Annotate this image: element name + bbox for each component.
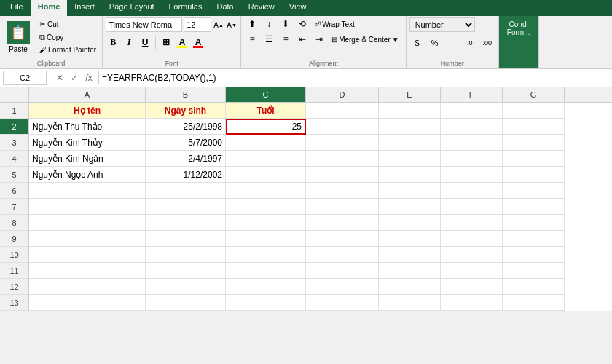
cell-a8[interactable] bbox=[29, 215, 146, 231]
cell-d2[interactable] bbox=[306, 119, 379, 135]
cell-d4[interactable] bbox=[306, 151, 379, 167]
cell-a2[interactable]: Nguyễn Thu Thảo bbox=[29, 119, 146, 135]
font-color-button[interactable]: A bbox=[191, 35, 205, 50]
comma-button[interactable]: , bbox=[444, 36, 460, 50]
col-header-d[interactable]: D bbox=[306, 87, 379, 102]
cell-e3[interactable] bbox=[379, 135, 441, 151]
align-top-button[interactable]: ⬆ bbox=[244, 17, 260, 31]
cell-f2[interactable] bbox=[441, 119, 503, 135]
insert-function-icon[interactable]: fx bbox=[82, 71, 95, 84]
row-header-11[interactable]: 11 bbox=[0, 263, 28, 279]
cell-g5[interactable] bbox=[503, 167, 565, 183]
cell-c13[interactable] bbox=[226, 295, 306, 311]
cell-b11[interactable] bbox=[146, 263, 226, 279]
cell-e8[interactable] bbox=[379, 215, 441, 231]
cell-g1[interactable] bbox=[503, 103, 565, 119]
fill-color-button[interactable]: A bbox=[175, 35, 189, 50]
cell-b12[interactable] bbox=[146, 279, 226, 295]
font-size-increase-button[interactable]: A▲ bbox=[213, 19, 224, 31]
formula-input[interactable] bbox=[102, 71, 609, 85]
format-painter-button[interactable]: Format Painter bbox=[36, 44, 99, 55]
cell-e2[interactable] bbox=[379, 119, 441, 135]
underline-button[interactable]: U bbox=[138, 35, 152, 50]
cell-e10[interactable] bbox=[379, 247, 441, 263]
row-header-5[interactable]: 5 bbox=[0, 167, 28, 183]
merge-center-button[interactable]: ⊟ Merge & Center ▼ bbox=[328, 33, 403, 46]
confirm-formula-icon[interactable]: ✓ bbox=[68, 71, 81, 84]
cell-e5[interactable] bbox=[379, 167, 441, 183]
cell-a11[interactable] bbox=[29, 263, 146, 279]
cell-reference-input[interactable] bbox=[3, 71, 47, 85]
cell-a4[interactable]: Nguyễn Kim Ngân bbox=[29, 151, 146, 167]
tab-view[interactable]: View bbox=[282, 0, 314, 16]
dollar-button[interactable]: $ bbox=[409, 36, 425, 50]
align-left-button[interactable]: ≡ bbox=[244, 33, 260, 46]
cell-f4[interactable] bbox=[441, 151, 503, 167]
font-size-decrease-button[interactable]: A▼ bbox=[226, 19, 238, 31]
cell-f7[interactable] bbox=[441, 199, 503, 215]
italic-button[interactable]: I bbox=[122, 35, 136, 50]
cell-a12[interactable] bbox=[29, 279, 146, 295]
cell-g9[interactable] bbox=[503, 231, 565, 247]
cell-b10[interactable] bbox=[146, 247, 226, 263]
cell-e9[interactable] bbox=[379, 231, 441, 247]
percent-button[interactable]: % bbox=[427, 36, 443, 50]
cell-g4[interactable] bbox=[503, 151, 565, 167]
tab-file[interactable]: File bbox=[3, 0, 31, 16]
cell-c7[interactable] bbox=[226, 199, 306, 215]
align-right-button[interactable]: ≡ bbox=[278, 33, 294, 46]
increase-indent-button[interactable]: ⇥ bbox=[311, 33, 327, 46]
col-header-e[interactable]: E bbox=[379, 87, 441, 102]
cell-c5[interactable] bbox=[226, 167, 306, 183]
cell-d8[interactable] bbox=[306, 215, 379, 231]
tab-review[interactable]: Review bbox=[241, 0, 282, 16]
increase-decimal-button[interactable]: .00 bbox=[479, 36, 495, 50]
tab-page-layout[interactable]: Page Layout bbox=[102, 0, 162, 16]
row-header-8[interactable]: 8 bbox=[0, 215, 28, 231]
cell-c6[interactable] bbox=[226, 183, 306, 199]
decrease-indent-button[interactable]: ⇤ bbox=[294, 33, 310, 46]
cell-c12[interactable] bbox=[226, 279, 306, 295]
cell-c1[interactable]: Tuổi bbox=[226, 103, 306, 119]
cell-g6[interactable] bbox=[503, 183, 565, 199]
cell-a7[interactable] bbox=[29, 199, 146, 215]
cell-d5[interactable] bbox=[306, 167, 379, 183]
row-header-9[interactable]: 9 bbox=[0, 231, 28, 247]
row-header-6[interactable]: 6 bbox=[0, 183, 28, 199]
cell-e1[interactable] bbox=[379, 103, 441, 119]
paste-button[interactable]: 📋 Paste bbox=[3, 19, 34, 55]
cell-f1[interactable] bbox=[441, 103, 503, 119]
cell-f10[interactable] bbox=[441, 247, 503, 263]
text-angle-button[interactable]: ⟲ bbox=[294, 17, 310, 31]
cell-d3[interactable] bbox=[306, 135, 379, 151]
cell-f11[interactable] bbox=[441, 263, 503, 279]
cell-d12[interactable] bbox=[306, 279, 379, 295]
cell-a10[interactable] bbox=[29, 247, 146, 263]
cell-c9[interactable] bbox=[226, 231, 306, 247]
decrease-decimal-button[interactable]: .0 bbox=[462, 36, 478, 50]
cell-a1[interactable]: Họ tên bbox=[29, 103, 146, 119]
copy-button[interactable]: Copy bbox=[36, 31, 99, 44]
cell-e6[interactable] bbox=[379, 183, 441, 199]
col-header-b[interactable]: B bbox=[146, 87, 226, 102]
cell-a3[interactable]: Nguyễn Kim Thủy bbox=[29, 135, 146, 151]
cell-d6[interactable] bbox=[306, 183, 379, 199]
cell-g11[interactable] bbox=[503, 263, 565, 279]
row-header-2[interactable]: 2 bbox=[0, 119, 28, 135]
tab-formulas[interactable]: Formulas bbox=[162, 0, 210, 16]
cell-b13[interactable] bbox=[146, 295, 226, 311]
row-header-3[interactable]: 3 bbox=[0, 135, 28, 151]
cell-c11[interactable] bbox=[226, 263, 306, 279]
cell-g3[interactable] bbox=[503, 135, 565, 151]
cell-b6[interactable] bbox=[146, 183, 226, 199]
cell-a13[interactable] bbox=[29, 295, 146, 311]
font-name-input[interactable] bbox=[106, 17, 182, 32]
cancel-formula-icon[interactable]: ✕ bbox=[53, 71, 66, 84]
cell-c10[interactable] bbox=[226, 247, 306, 263]
font-size-input[interactable] bbox=[184, 17, 211, 32]
row-header-13[interactable]: 13 bbox=[0, 295, 28, 311]
col-header-c[interactable]: C bbox=[226, 87, 306, 102]
cell-b8[interactable] bbox=[146, 215, 226, 231]
cell-d10[interactable] bbox=[306, 247, 379, 263]
cell-c4[interactable] bbox=[226, 151, 306, 167]
